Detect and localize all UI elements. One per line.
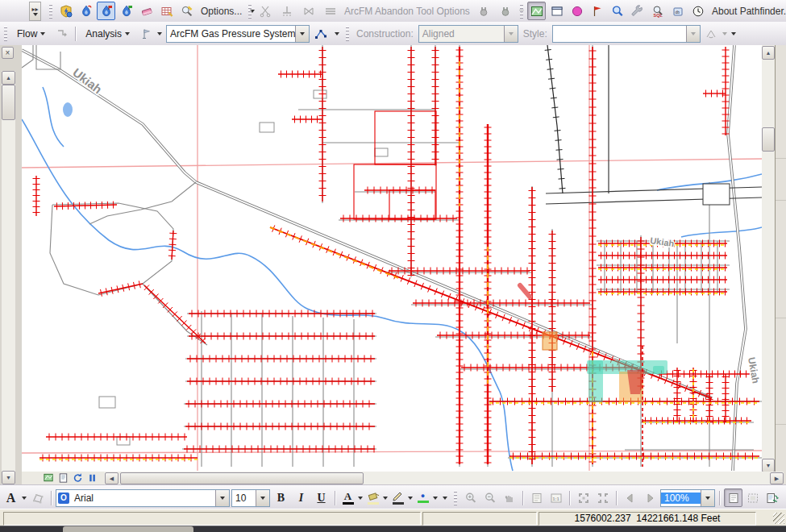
text-tool-dropdown-icon[interactable] (22, 497, 27, 500)
edit-vertices-icon (28, 488, 47, 507)
italic-button[interactable]: I (292, 488, 310, 507)
scroll-left-icon[interactable]: ◀ (105, 472, 119, 484)
trace-system-combo[interactable]: ArcFM Gas Pressure System (166, 25, 310, 43)
bottom-toolbar-row: A O Arial 10 B I U A ● 1:1 (0, 484, 786, 510)
toolbar-more-icon[interactable] (439, 489, 450, 507)
data-view-map-icon[interactable] (527, 2, 546, 20)
scroll-thumb[interactable] (2, 85, 15, 120)
zoom-edit-icon[interactable] (177, 2, 196, 20)
trace-grid-icon[interactable] (157, 2, 176, 20)
map-bottom-bar: ◀ ▶ (22, 472, 762, 484)
svg-text:SQL: SQL (653, 13, 663, 18)
eraser-icon[interactable] (137, 2, 156, 20)
sql-magnifier-icon[interactable]: SQL (648, 2, 667, 20)
resize-grip[interactable] (773, 513, 784, 524)
font-combo[interactable]: O Arial (56, 489, 230, 507)
combo-dropdown-icon[interactable] (256, 490, 269, 506)
close-panel-icon[interactable]: × (2, 47, 14, 59)
node-link-icon[interactable] (311, 24, 330, 43)
zoom-out-icon (480, 488, 499, 507)
zoom-whole-page-icon (527, 488, 546, 507)
lines-tool-icon (321, 2, 339, 20)
toolbar-grip[interactable] (4, 27, 7, 41)
separator (335, 491, 335, 505)
arcmap-window: { "toolbar1": { "options_label": "Option… (0, 0, 786, 532)
font-size-combo[interactable]: 10 (231, 489, 270, 507)
gas-trace-flag-icon[interactable] (97, 2, 115, 20)
toolbar-grip[interactable] (520, 4, 523, 19)
red-flag-icon[interactable] (588, 2, 606, 20)
abandon-options-label: ArcFM Abandon Tool Options (341, 6, 473, 17)
layout-view-button[interactable] (56, 472, 70, 484)
font-color-button[interactable]: A (339, 489, 356, 506)
options-button[interactable]: Options... (198, 6, 245, 17)
flow-arrow-icon (52, 24, 71, 43)
database-icon[interactable]: db (668, 2, 687, 20)
scroll-thumb[interactable] (762, 127, 775, 152)
map-horizontal-scrollbar[interactable]: ◀ ▶ (104, 472, 784, 484)
scroll-down-icon[interactable]: ▼ (762, 459, 775, 472)
toolbar-overflow-stub[interactable]: ▸▸ (29, 1, 41, 21)
left-vertical-scrollbar[interactable]: ▲ ▼ (2, 71, 15, 484)
separator (616, 491, 617, 505)
analysis-dropdown-icon[interactable] (157, 32, 162, 35)
toolbar-grip[interactable] (346, 27, 349, 41)
map-canvas[interactable]: UkiahUkiahUkiah (22, 45, 762, 472)
marker-color-dropdown-icon[interactable] (433, 497, 438, 500)
status-message-panel (3, 512, 421, 526)
wrench-icon[interactable] (628, 2, 647, 20)
second-toolbar-row: Flow Analysis ArcFM Gas Pressure System … (0, 22, 786, 46)
map-vertical-scrollbar[interactable]: ▲ ▼ (762, 45, 775, 472)
bold-button[interactable]: B (272, 488, 290, 507)
gas-trace-red-icon[interactable] (77, 2, 95, 20)
magenta-circle-icon[interactable] (568, 2, 586, 20)
line-color-button[interactable] (389, 489, 406, 506)
change-layout-icon[interactable] (763, 488, 781, 507)
data-driven-pages-icon[interactable] (782, 488, 786, 507)
underline-button[interactable]: U (312, 488, 331, 507)
right-panel-strip (775, 45, 786, 484)
scroll-up-icon[interactable]: ▲ (2, 71, 15, 85)
data-view-button[interactable] (42, 472, 56, 484)
gas-trace-green-icon[interactable] (117, 2, 135, 20)
zoom-magnifier-icon[interactable] (608, 2, 626, 20)
toolbar-grip[interactable] (49, 4, 52, 19)
toolbar-grip[interactable] (248, 4, 252, 19)
analysis-menu-button[interactable]: Analysis (80, 26, 135, 42)
marker-color-button[interactable]: ● (414, 489, 431, 506)
combo-dropdown-icon[interactable] (215, 490, 229, 506)
weld-tool-icon (277, 2, 296, 20)
toolbar-more-icon[interactable] (331, 25, 342, 43)
layout-page-icons: 1:1 (527, 488, 565, 507)
combo-dropdown-icon[interactable] (701, 490, 714, 506)
toolbar-overflow-icon[interactable]: ▸▸ (29, 2, 41, 21)
toolbar-more-icon[interactable] (729, 25, 739, 43)
refresh-view-button[interactable] (71, 472, 85, 484)
text-tool-button[interactable]: A (2, 488, 20, 507)
scroll-thumb[interactable] (120, 472, 364, 484)
plug2-icon (497, 2, 515, 20)
analysis-marker-icon[interactable] (137, 24, 156, 43)
plug-icons (475, 2, 515, 20)
highlight-color-button[interactable] (364, 489, 381, 506)
clock-icon[interactable] (688, 2, 707, 20)
about-pathfinder-button[interactable]: About Pathfinder... (709, 6, 786, 17)
line-color-dropdown-icon[interactable] (408, 497, 413, 500)
pause-drawing-button[interactable] (85, 472, 99, 484)
new-window-icon[interactable] (547, 2, 566, 20)
coordinate-readout: 1576002.237 14221661.148 Feet (539, 512, 756, 526)
flow-menu-button[interactable]: Flow (11, 26, 51, 42)
scroll-right-icon[interactable]: ▶ (770, 472, 784, 484)
separator (522, 491, 523, 505)
scroll-down-icon[interactable]: ▼ (2, 471, 15, 484)
background-window-fragment (63, 526, 193, 532)
combo-dropdown-icon[interactable] (295, 26, 309, 42)
scroll-up-icon[interactable]: ▲ (762, 46, 775, 60)
highlight-color-dropdown-icon[interactable] (383, 497, 388, 500)
zoom-percent-combo[interactable]: 100% (660, 489, 715, 507)
draft-mode-icon[interactable] (724, 488, 742, 507)
font-color-dropdown-icon[interactable] (358, 497, 363, 500)
style-label: Style: (520, 28, 551, 39)
shield-lightning-icon[interactable] (56, 2, 75, 20)
toolbar-grip[interactable] (454, 491, 457, 505)
